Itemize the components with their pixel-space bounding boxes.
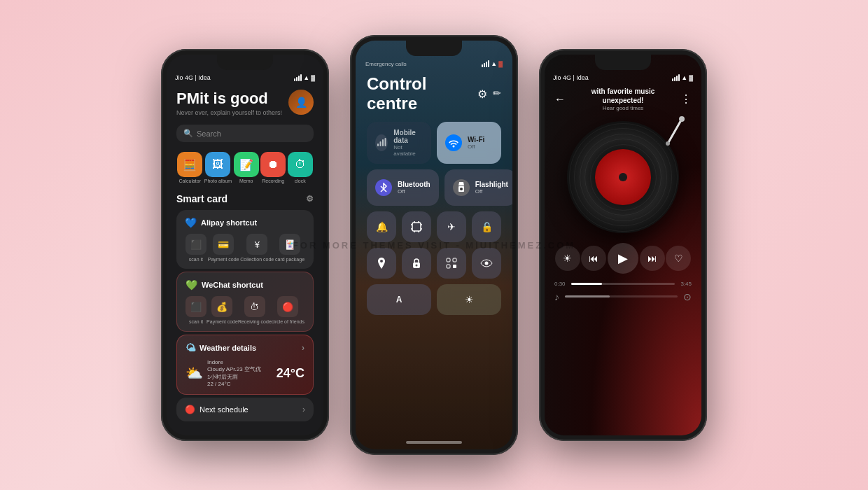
screenshot-tile[interactable]	[402, 211, 431, 242]
brightness-icon: ☀	[465, 294, 474, 305]
next-schedule[interactable]: 🔴 Next schedule ›	[176, 398, 314, 421]
scan-icon: ⬛	[186, 234, 206, 255]
wechat-friends[interactable]: 🔴 circle of friends	[272, 296, 304, 324]
control-grid-row1: Mobile data Not available	[367, 122, 501, 164]
p3-signal-icon	[672, 74, 680, 81]
weather-details: Indore Cloudy APr.23 空气优 1小时后无雨 22 / 24°…	[207, 359, 261, 387]
calculator-icon: 🧮	[177, 152, 202, 177]
lock-tile[interactable]: 🔒	[472, 211, 501, 242]
music-more-icon[interactable]: ⋮	[680, 92, 692, 106]
wechat-header: 💚 WeChat shortcut	[186, 279, 304, 290]
p2-status-icons: ▲ ▓	[482, 60, 503, 67]
like-button[interactable]: ♡	[666, 246, 691, 271]
p2-signal-icon	[482, 60, 489, 67]
mobile-data-icon	[375, 134, 388, 151]
play-pause-button[interactable]: ▶	[608, 243, 638, 274]
music-title-area: with favorite music unexpected! Hear goo…	[566, 87, 680, 111]
airplane-tile[interactable]: ✈	[437, 211, 466, 242]
wechat-payment-icon: 💰	[211, 296, 232, 317]
phone-3-notch	[595, 55, 651, 70]
flashlight-text: Flashlight Off	[475, 181, 508, 195]
user-avatar[interactable]: 👤	[288, 90, 314, 115]
collection-label: Collection code	[240, 257, 274, 262]
next-button[interactable]: ⏭	[640, 246, 665, 271]
app-calculator[interactable]: 🧮 Calculator	[177, 152, 202, 183]
sound-tile[interactable]: 🔔	[367, 211, 396, 242]
prev-button[interactable]: ⏮	[581, 246, 606, 271]
scan-icon	[446, 258, 457, 269]
p3-status-icons: ▲ ▓	[672, 74, 693, 81]
brightness-tile[interactable]: ☀	[437, 284, 501, 315]
recording-label: Recording	[262, 178, 284, 183]
vinyl-container	[545, 121, 701, 233]
scan-label: scan it	[189, 257, 203, 262]
svg-line-5	[381, 189, 384, 192]
search-bar[interactable]: 🔍 Search	[176, 125, 314, 142]
photos-label: Photo album	[204, 178, 232, 183]
phone-2-notch	[406, 41, 462, 56]
app-clock[interactable]: ⏱ clock	[288, 152, 313, 183]
progress-fill	[571, 283, 603, 285]
progress-bar-row: 0:30 3:45	[554, 279, 692, 288]
wechat-title: WeChat shortcut	[202, 281, 263, 289]
carrier-label: Jio 4G | Idea	[175, 74, 211, 81]
p2-settings-icon[interactable]: ⚙	[477, 88, 487, 101]
volume-bar[interactable]	[565, 295, 678, 298]
p3-battery-icon: ▓	[689, 75, 693, 81]
phone-1-screen: Jio 4G | Idea ▲ ▓	[167, 55, 323, 435]
music-note-icon[interactable]: ♪	[554, 291, 559, 302]
alipay-collection[interactable]: ¥ Collection code	[240, 234, 274, 262]
scan-tile[interactable]	[437, 248, 466, 279]
wechat-card[interactable]: 💚 WeChat shortcut ⬛ scan it 💰 Payment co…	[176, 272, 314, 332]
app-recording[interactable]: ⏺ Recording	[260, 152, 286, 183]
weather-card[interactable]: 🌤 Weather details › ⛅ Indore Cloudy APr.…	[176, 335, 314, 395]
text-style-tile[interactable]: A	[367, 284, 431, 315]
wechat-icons: ⬛ scan it 💰 Payment code ⏱ Receiving cod…	[186, 296, 304, 324]
bluetooth-tile[interactable]: Bluetooth Off	[367, 169, 439, 206]
flashlight-tile[interactable]: Flashlight Off	[444, 169, 512, 206]
screen-lock-tile[interactable]	[402, 248, 431, 279]
prev-icon: ⏮	[589, 253, 598, 264]
wechat-scan[interactable]: ⬛ scan it	[186, 296, 206, 324]
svg-point-26	[666, 141, 670, 146]
eye-tile[interactable]	[472, 248, 501, 279]
p2-edit-icon[interactable]: ✏	[493, 88, 501, 101]
alipay-icon: 💙	[185, 217, 197, 228]
phone-1-header: PMit is good Never ever, explain yoursel…	[167, 84, 323, 120]
alipay-payment[interactable]: 💳 Payment code	[208, 234, 239, 262]
location-tile[interactable]	[367, 248, 396, 279]
wifi-tile[interactable]: Wi-Fi Off	[437, 122, 501, 164]
screenshot-icon	[410, 220, 423, 233]
weather-sub: 1小时后无雨	[207, 373, 261, 381]
repeat-icon[interactable]: ⊙	[683, 291, 692, 302]
alipay-scan[interactable]: ⬛ scan it	[186, 234, 206, 262]
alipay-card-pkg[interactable]: 🃏 card package	[275, 234, 304, 262]
alipay-card[interactable]: 💙 Alipay shortcut ⬛ scan it 💳 Payment co…	[176, 210, 314, 269]
music-controls: ☀ ⏮ ▶ ⏭ ♡	[545, 237, 701, 305]
wechat-receive[interactable]: ⏱ Receiving code	[238, 296, 272, 324]
progress-track[interactable]	[571, 283, 676, 285]
p3-carrier: Jio 4G | Idea	[553, 74, 589, 81]
svg-point-23	[485, 262, 489, 265]
heart-icon: ♡	[674, 253, 683, 264]
brightness-adjust[interactable]: ☀	[555, 246, 580, 271]
svg-rect-20	[453, 258, 456, 262]
weather-range: 22 / 24°C	[207, 381, 261, 387]
phone-1-notch	[217, 55, 273, 70]
mobile-data-tile[interactable]: Mobile data Not available	[367, 122, 431, 164]
wechat-icon: 💚	[186, 279, 197, 290]
app-photos[interactable]: 🖼 Photo album	[204, 152, 232, 183]
app-memo[interactable]: 📝 Memo	[234, 152, 259, 183]
status-icons: ▲ ▓	[294, 74, 315, 81]
back-button[interactable]: ←	[554, 93, 566, 106]
wechat-payment-label: Payment code	[206, 319, 238, 324]
settings-icon[interactable]: ⚙	[306, 194, 314, 204]
wechat-payment[interactable]: 💰 Payment code	[206, 296, 238, 324]
music-header: ← with favorite music unexpected! Hear g…	[554, 87, 692, 111]
music-content: ← with favorite music unexpected! Hear g…	[545, 84, 701, 117]
phone-2: Emergency calls ▲ ▓	[350, 35, 518, 455]
signal-icon	[294, 74, 302, 81]
phone-2-content: Emergency calls ▲ ▓	[356, 41, 512, 449]
flashlight-icon	[453, 179, 470, 196]
svg-rect-3	[385, 138, 386, 146]
